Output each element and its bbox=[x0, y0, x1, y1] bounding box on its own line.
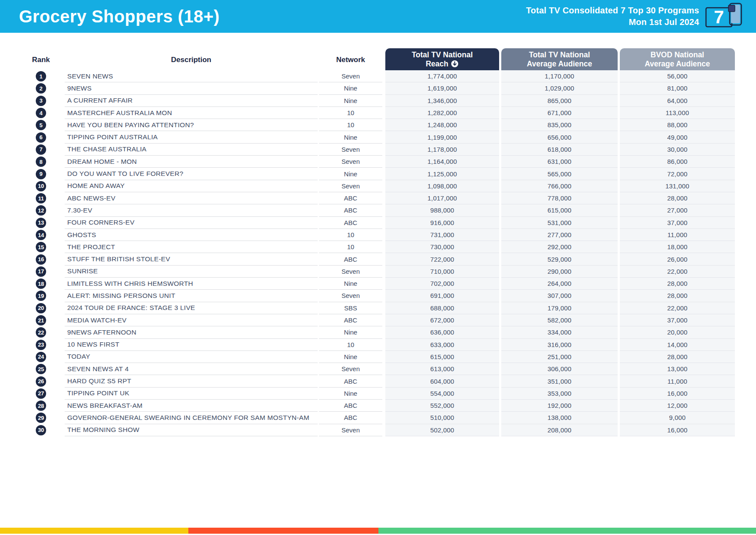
avg-audience-value: 615,000 bbox=[501, 204, 618, 216]
table-row: 10 HOME AND AWAY Seven 1,098,000 766,000… bbox=[0, 180, 756, 192]
bvod-value: 28,000 bbox=[620, 351, 735, 363]
bvod-value: 28,000 bbox=[620, 192, 735, 204]
avg-audience-value: 1,029,000 bbox=[501, 82, 618, 94]
bvod-value: 20,000 bbox=[620, 326, 735, 338]
table-row: 7 THE CHASE AUSTRALIA Seven 1,178,000 61… bbox=[0, 144, 756, 156]
bvod-value: 64,000 bbox=[620, 95, 735, 107]
table-row: 20 2024 TOUR DE FRANCE: STAGE 3 LIVE SBS… bbox=[0, 302, 756, 314]
bvod-value: 22,000 bbox=[620, 266, 735, 278]
rank-badge: 19 bbox=[36, 291, 46, 301]
program-network: Nine bbox=[319, 131, 382, 143]
rank-badge: 15 bbox=[36, 242, 46, 252]
program-network: Seven bbox=[319, 144, 382, 156]
rank-badge: 24 bbox=[36, 352, 46, 362]
reach-value: 1,248,000 bbox=[385, 119, 499, 131]
program-description: MEDIA WATCH-EV bbox=[65, 314, 318, 326]
reach-value: 731,000 bbox=[385, 229, 499, 241]
reach-value: 916,000 bbox=[385, 217, 499, 229]
rank-badge: 11 bbox=[36, 193, 46, 203]
table-row: 13 FOUR CORNERS-EV ABC 916,000 531,000 3… bbox=[0, 217, 756, 229]
page-title: Grocery Shoppers (18+) bbox=[19, 7, 220, 26]
table-row: 22 9NEWS AFTERNOON Nine 636,000 334,000 … bbox=[0, 326, 756, 338]
avg-audience-value: 766,000 bbox=[501, 180, 618, 192]
table-row: 28 NEWS BREAKFAST-AM ABC 552,000 192,000… bbox=[0, 400, 756, 412]
bvod-value: 88,000 bbox=[620, 119, 735, 131]
program-description: ABC NEWS-EV bbox=[65, 192, 318, 204]
banner-right: Total TV Consolidated 7 Top 30 Programs … bbox=[526, 0, 756, 33]
table-row: 4 MASTERCHEF AUSTRALIA MON 10 1,282,000 … bbox=[0, 107, 756, 119]
program-description: LIMITLESS WITH CHRIS HEMSWORTH bbox=[65, 278, 318, 290]
rank-badge: 18 bbox=[36, 278, 46, 289]
bvod-value: 16,000 bbox=[620, 424, 735, 436]
bvod-value: 11,000 bbox=[620, 229, 735, 241]
reach-value: 1,178,000 bbox=[385, 144, 499, 156]
rank-badge: 21 bbox=[36, 315, 46, 325]
reach-value: 1,619,000 bbox=[385, 82, 499, 94]
table-row: 21 MEDIA WATCH-EV ABC 672,000 582,000 37… bbox=[0, 314, 756, 326]
bvod-value: 131,000 bbox=[620, 180, 735, 192]
rank-badge: 5 bbox=[36, 120, 46, 130]
column-header-description: Description bbox=[65, 56, 318, 70]
column-header-bvod-average[interactable]: BVOD National Average Audience bbox=[620, 48, 735, 70]
avg-header-line2: Average Audience bbox=[527, 59, 592, 69]
table-row: 1 SEVEN NEWS Seven 1,774,000 1,170,000 5… bbox=[0, 70, 756, 82]
table-row: 18 LIMITLESS WITH CHRIS HEMSWORTH Nine 7… bbox=[0, 278, 756, 290]
reach-value: 1,774,000 bbox=[385, 70, 499, 82]
reach-value: 613,000 bbox=[385, 363, 499, 375]
program-network: 10 bbox=[319, 241, 382, 253]
avg-audience-value: 208,000 bbox=[501, 424, 618, 436]
table-row: 30 THE MORNING SHOW Seven 502,000 208,00… bbox=[0, 424, 756, 436]
column-header-total-tv-average[interactable]: Total TV National Average Audience bbox=[501, 48, 618, 70]
table-row: 19 ALERT: MISSING PERSONS UNIT Seven 691… bbox=[0, 290, 756, 302]
avg-audience-value: 316,000 bbox=[501, 339, 618, 351]
avg-audience-value: 277,000 bbox=[501, 229, 618, 241]
table-body: 1 SEVEN NEWS Seven 1,774,000 1,170,000 5… bbox=[0, 70, 756, 436]
column-header-total-tv-reach[interactable]: Total TV National Reach bbox=[385, 48, 499, 70]
avg-audience-value: 292,000 bbox=[501, 241, 618, 253]
avg-audience-value: 1,170,000 bbox=[501, 70, 618, 82]
program-description: DO YOU WANT TO LIVE FOREVER? bbox=[65, 168, 318, 180]
bvod-value: 27,000 bbox=[620, 204, 735, 216]
program-description: FOUR CORNERS-EV bbox=[65, 217, 318, 229]
table-row: 14 GHOSTS 10 731,000 277,000 11,000 bbox=[0, 229, 756, 241]
bvod-header-line1: BVOD National bbox=[650, 50, 704, 59]
program-description: SEVEN NEWS bbox=[65, 70, 318, 82]
footer-bar-segment bbox=[0, 528, 188, 534]
program-description: THE PROJECT bbox=[65, 241, 318, 253]
bvod-value: 9,000 bbox=[620, 412, 735, 424]
rank-badge: 8 bbox=[36, 156, 46, 167]
program-network: Seven bbox=[319, 70, 382, 82]
reach-value: 1,199,000 bbox=[385, 131, 499, 143]
reach-value: 722,000 bbox=[385, 253, 499, 265]
bvod-value: 26,000 bbox=[620, 253, 735, 265]
rank-badge: 17 bbox=[36, 266, 46, 277]
program-network: ABC bbox=[319, 192, 382, 204]
bvod-value: 113,000 bbox=[620, 107, 735, 119]
table-row: 8 DREAM HOME - MON Seven 1,164,000 631,0… bbox=[0, 156, 756, 168]
reach-value: 691,000 bbox=[385, 290, 499, 302]
bvod-value: 72,000 bbox=[620, 168, 735, 180]
program-description: STUFF THE BRITISH STOLE-EV bbox=[65, 253, 318, 265]
bvod-value: 37,000 bbox=[620, 314, 735, 326]
table-row: 6 TIPPING POINT AUSTRALIA Nine 1,199,000… bbox=[0, 131, 756, 143]
table-row: 3 A CURRENT AFFAIR Nine 1,346,000 865,00… bbox=[0, 95, 756, 107]
rank-badge: 13 bbox=[36, 218, 46, 228]
report-banner: Grocery Shoppers (18+) Total TV Consolid… bbox=[0, 0, 756, 33]
sort-descending-icon[interactable] bbox=[451, 60, 459, 68]
avg-audience-value: 192,000 bbox=[501, 400, 618, 412]
reach-value: 554,000 bbox=[385, 388, 499, 400]
table-row: 29 GOVERNOR-GENERAL SWEARING IN CEREMONY… bbox=[0, 412, 756, 424]
rank-badge: 16 bbox=[36, 254, 46, 265]
bvod-value: 22,000 bbox=[620, 302, 735, 314]
bvod-value: 30,000 bbox=[620, 144, 735, 156]
program-network: 10 bbox=[319, 119, 382, 131]
avg-audience-value: 529,000 bbox=[501, 253, 618, 265]
avg-audience-value: 565,000 bbox=[501, 168, 618, 180]
avg-audience-value: 351,000 bbox=[501, 375, 618, 387]
avg-audience-value: 251,000 bbox=[501, 351, 618, 363]
report-date: Mon 1st Jul 2024 bbox=[526, 16, 699, 28]
bvod-value: 16,000 bbox=[620, 388, 735, 400]
program-network: ABC bbox=[319, 217, 382, 229]
logo-seven-text: 7 bbox=[714, 7, 724, 27]
program-network: ABC bbox=[319, 204, 382, 216]
